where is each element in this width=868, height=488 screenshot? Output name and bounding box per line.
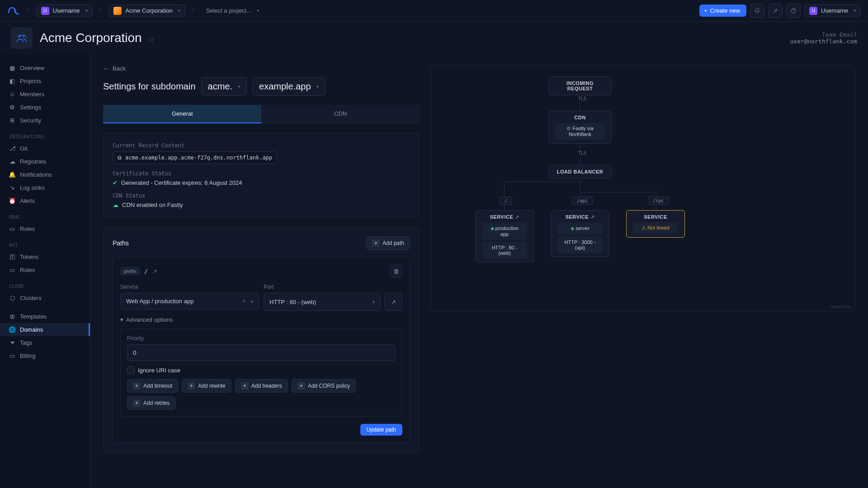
sidebar-item-notifications[interactable]: 🔔Notifications xyxy=(0,168,90,181)
update-path-button[interactable]: Update path xyxy=(360,424,402,436)
user-menu[interactable]: U Username ▾ xyxy=(804,5,861,17)
sidebar-item-tokens[interactable]: ⚿Tokens xyxy=(0,250,90,263)
cert-label: Certificate Status xyxy=(113,170,410,177)
cdn-status: CDN enabled on Fastly xyxy=(122,202,183,208)
sidebar-item-label: Registries xyxy=(20,158,46,165)
add-cors-button[interactable]: +Add CORS policy xyxy=(292,379,356,393)
update-path-label: Update path xyxy=(367,427,396,433)
sidebar-section-rbac: RBAC xyxy=(0,207,90,222)
notifications-button[interactable] xyxy=(750,4,764,18)
external-link-icon[interactable]: ↗ xyxy=(515,214,519,220)
domain-selector[interactable]: example.app ▾ xyxy=(252,77,326,96)
breadcrumb-project-label: Select a project... xyxy=(206,7,251,14)
path-label-rpc: /rpc xyxy=(648,197,669,205)
node-service-3: SERVICE ⚠ Not linked xyxy=(626,210,685,238)
sidebar-section-api: API xyxy=(0,235,90,250)
sidebar-item-registries[interactable]: ☁Registries xyxy=(0,155,90,168)
add-rewrite-button[interactable]: +Add rewrite xyxy=(182,379,231,393)
tab-label: General xyxy=(172,110,193,117)
sidebar-item-roles[interactable]: ▭Roles xyxy=(0,222,90,235)
add-path-label: Add path xyxy=(382,240,404,246)
roles-icon: ▭ xyxy=(9,226,15,232)
node-label: SERVICE xyxy=(490,214,514,220)
sidebar-item-log-sinks[interactable]: ➘Log sinks xyxy=(0,181,90,194)
sidebar-item-security[interactable]: ⛨Security xyxy=(0,114,90,127)
page-title: Acme Corporation xyxy=(40,31,142,45)
logo-icon[interactable] xyxy=(7,5,20,17)
node-sub-label: Fastly via Northflank xyxy=(569,126,594,137)
sidebar-item-billing[interactable]: ▭Billing xyxy=(0,349,90,362)
breadcrumb-user[interactable]: U Username ▾ xyxy=(36,5,93,17)
sidebar-item-tags[interactable]: ⏷Tags xyxy=(0,336,90,349)
log-icon: ➘ xyxy=(9,185,15,191)
add-headers-button[interactable]: +Add headers xyxy=(235,379,288,393)
copy-icon[interactable]: ⧉ xyxy=(118,155,122,161)
star-icon[interactable]: ☆ xyxy=(148,36,154,43)
breadcrumb-project[interactable]: Select a project... ▾ xyxy=(202,5,264,16)
subdomain-selector[interactable]: acme. ▾ xyxy=(201,77,247,96)
add-path-button[interactable]: + Add path xyxy=(366,236,410,250)
rocket-button[interactable] xyxy=(768,4,783,18)
path-label-api: /api xyxy=(572,197,593,205)
node-label: SERVICE xyxy=(633,214,678,220)
port-select[interactable]: HTTP : 80 - (web) ▾ xyxy=(264,293,381,311)
add-timeout-button[interactable]: +Add timeout xyxy=(127,379,178,393)
delete-path-button[interactable]: 🗑 xyxy=(390,265,402,277)
breadcrumb-org[interactable]: Acme Corporation ▾ xyxy=(108,5,185,17)
sidebar-item-label: Members xyxy=(20,91,44,98)
tab-cdn[interactable]: CDN xyxy=(261,105,420,123)
plus-icon: + xyxy=(297,382,305,389)
ignore-uri-row[interactable]: Ignore URI case xyxy=(127,366,396,374)
sidebar-item-label: Git xyxy=(20,145,28,152)
checkbox[interactable] xyxy=(127,366,134,374)
avatar: U xyxy=(809,7,817,15)
breadcrumb-org-label: Acme Corporation xyxy=(125,7,173,14)
node-sub: HTTP : 3000 - (api) xyxy=(557,237,603,253)
chevron-down-icon: ▾ xyxy=(373,300,375,305)
back-link[interactable]: ← Back xyxy=(103,65,126,72)
sidebar: ▦Overview ◧Projects ☺Members ⚙Settings ⛨… xyxy=(0,54,90,488)
avatar: U xyxy=(41,7,49,15)
sidebar-item-members[interactable]: ☺Members xyxy=(0,88,90,101)
sidebar-item-templates[interactable]: ⊞Templates xyxy=(0,310,90,323)
sidebar-item-api-roles[interactable]: ▭Roles xyxy=(0,263,90,277)
sidebar-item-label: Templates xyxy=(20,313,47,320)
sidebar-item-clusters[interactable]: ⬡Clusters xyxy=(0,291,90,305)
sidebar-item-git[interactable]: ⎇Git xyxy=(0,142,90,155)
sidebar-item-label: Overview xyxy=(20,65,44,71)
add-retries-button[interactable]: +Add retries xyxy=(127,396,175,410)
external-link-icon[interactable]: ↗ xyxy=(152,268,157,275)
external-link-icon[interactable]: ↗ xyxy=(590,214,595,220)
chevron-down-icon: ▾ xyxy=(251,299,253,304)
settings-title: Settings for subdomain xyxy=(103,81,196,92)
node-sub-label: production app xyxy=(495,225,519,237)
key-icon: ⚿ xyxy=(9,254,15,260)
cdn-label: CDN Status xyxy=(113,192,410,199)
help-button[interactable] xyxy=(786,4,801,18)
sidebar-item-overview[interactable]: ▦Overview xyxy=(0,61,90,75)
create-new-label: Create new xyxy=(710,7,740,14)
chevron-down-icon: ▾ xyxy=(85,8,88,13)
tab-label: CDN xyxy=(334,110,347,117)
record-value-box[interactable]: ⧉ acme.example.app.acme-f27q.dns.northfl… xyxy=(113,151,277,164)
service-select[interactable]: Web App / production app × ▾ xyxy=(120,293,259,310)
sidebar-item-settings[interactable]: ⚙Settings xyxy=(0,101,90,114)
port-label: Port xyxy=(264,284,402,290)
sidebar-item-label: Clusters xyxy=(20,295,42,301)
service-value: Web App / production app xyxy=(126,298,193,305)
sidebar-item-label: Domains xyxy=(20,326,43,333)
node-sub: ◈ production app xyxy=(482,223,527,239)
sidebar-item-domains[interactable]: 🌐Domains xyxy=(0,323,90,336)
sidebar-item-projects[interactable]: ◧Projects xyxy=(0,75,90,88)
advanced-toggle[interactable]: ▾ Advanced options xyxy=(120,316,402,323)
prefix-tag: prefix xyxy=(120,267,140,275)
port-value: HTTP : 80 - (web) xyxy=(269,299,316,305)
sidebar-item-alerts[interactable]: ⏰Alerts xyxy=(0,194,90,207)
open-port-button[interactable]: ↗ xyxy=(384,293,402,311)
registry-icon: ☁ xyxy=(9,159,15,165)
node-load-balancer: LOAD BALANCER xyxy=(548,165,612,178)
clear-icon[interactable]: × xyxy=(242,298,246,305)
priority-input[interactable] xyxy=(127,344,396,361)
create-new-button[interactable]: + Create new xyxy=(699,5,746,17)
tab-general[interactable]: General xyxy=(103,105,261,123)
